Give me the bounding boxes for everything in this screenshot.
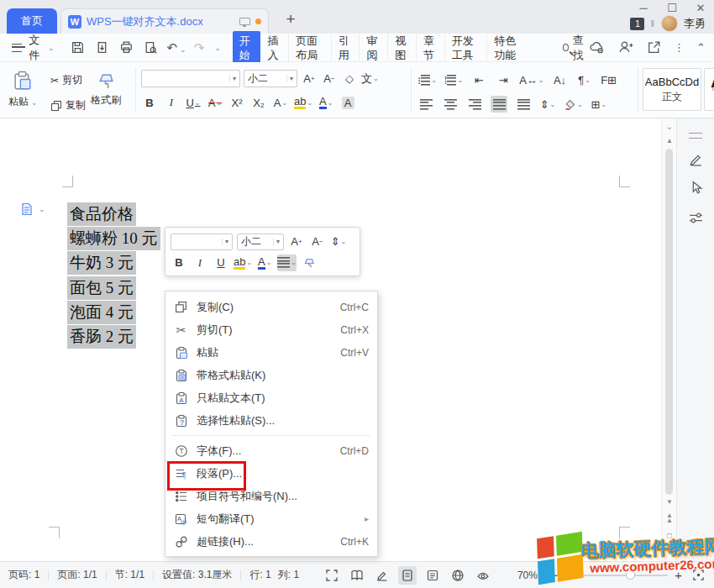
page-view-button[interactable] (398, 566, 417, 585)
mini-format-painter-button[interactable] (301, 255, 318, 271)
vertical-scrollbar[interactable]: ⌄ ▲ ▼ ▲▲ □ ▼▼ (661, 118, 676, 561)
show-marks-button[interactable]: ¶⌄ (576, 71, 593, 88)
minimize-button[interactable]: ─ (635, 2, 652, 14)
tab-review[interactable]: 审阅 (360, 31, 388, 65)
italic-button[interactable]: I (163, 94, 180, 111)
menu-item-translate[interactable]: A中 短句翻译(T) ▸ (165, 507, 377, 530)
superscript-button[interactable]: X² (228, 94, 245, 111)
tab-special-features[interactable]: 特色功能 (487, 31, 528, 65)
paste-options-button[interactable]: ⌄ (20, 202, 45, 216)
share-icon[interactable] (645, 39, 662, 56)
fullscreen-button[interactable] (323, 566, 341, 585)
numbering-button[interactable]: ⁞⌄ (444, 71, 463, 88)
avatar[interactable] (661, 15, 678, 32)
scrollbar-thumb[interactable] (665, 149, 673, 495)
read-mode-button[interactable] (348, 566, 366, 585)
chevron-down-icon[interactable]: ⌄ (48, 44, 55, 52)
menu-item-paragraph[interactable]: ¶ 段落(P)... (165, 462, 377, 485)
document-canvas[interactable]: ⌄ 食品价格 螺蛳粉 10 元 牛奶 3 元 面包 5 元 泡面 4 元 香肠 … (0, 118, 714, 561)
search-box[interactable]: 查找 (563, 33, 588, 63)
text-line[interactable]: 泡面 4 元 (67, 300, 160, 324)
hamburger-icon[interactable] (12, 44, 22, 52)
menu-item-hyperlink[interactable]: 超链接(H)... Ctrl+K (165, 530, 377, 553)
font-color-button[interactable]: A⌄ (318, 94, 334, 111)
bullets-button[interactable]: ⁝⌄ (417, 71, 437, 88)
mini-underline-button[interactable]: U (213, 255, 229, 271)
more-options-icon[interactable]: ⋮ (674, 41, 685, 54)
font-size-combo[interactable]: 小二▾ (244, 70, 297, 87)
mini-bold-button[interactable]: B (171, 255, 187, 271)
mini-highlight-button[interactable]: ab⌄ (234, 255, 252, 271)
scroll-down-icon[interactable]: ▼ (662, 498, 677, 506)
tab-home[interactable]: 开始 (233, 31, 260, 65)
tab-references[interactable]: 引用 (332, 31, 360, 65)
phonetic-guide-button[interactable]: 文⌄ (361, 71, 379, 87)
tab-dev-tools[interactable]: 开发工具 (445, 31, 487, 65)
menu-item-paste-special[interactable]: ? 选择性粘贴(S)... (165, 409, 377, 432)
previous-page-icon[interactable]: ▲▲ (662, 513, 677, 523)
print-button[interactable] (118, 39, 135, 56)
strikethrough-button[interactable]: A⌄ (207, 94, 223, 111)
mini-font-name-combo[interactable]: ▾ (171, 234, 233, 250)
zoom-slider-thumb[interactable] (626, 570, 635, 580)
invite-user-icon[interactable] (617, 39, 633, 56)
align-left-button[interactable] (417, 96, 434, 113)
tab-view[interactable]: 视图 (388, 31, 417, 65)
sort-button[interactable]: A↓ (552, 71, 569, 88)
text-line[interactable]: 香肠 2 元 (67, 324, 160, 349)
notification-badge[interactable]: 1 (630, 18, 644, 30)
print-preview-button[interactable] (143, 39, 160, 56)
cut-button[interactable]: ✂ 剪切 (50, 73, 82, 87)
rail-edit-tool[interactable] (687, 150, 704, 167)
clear-format-button[interactable]: ◇ (341, 71, 358, 87)
font-name-combo[interactable]: ▾ (141, 70, 240, 87)
collapse-ribbon-icon[interactable]: ⌃ (696, 41, 706, 54)
rail-qr-tool[interactable] (687, 538, 704, 555)
tab-insert[interactable]: 插入 (261, 31, 290, 65)
mini-decrease-font-button[interactable]: A− (309, 234, 326, 250)
underline-button[interactable]: U⌄ (185, 94, 202, 111)
style-normal[interactable]: AaBbCcDd 正文 (643, 68, 701, 111)
shading-button[interactable]: ⌄ (564, 96, 583, 113)
save-button[interactable] (70, 39, 87, 56)
text-line[interactable]: 食品价格 (67, 202, 160, 226)
highlight-color-button[interactable]: ab⌄ (294, 94, 312, 111)
ruler-toggle-icon[interactable]: ⌄ (662, 122, 677, 131)
new-tab-button[interactable]: + (281, 10, 301, 29)
line-spacing-button[interactable]: ⇕⌄ (539, 96, 556, 113)
distribute-button[interactable] (515, 96, 532, 113)
character-scaling-button[interactable]: A↔⌄ (519, 71, 543, 88)
tab-section[interactable]: 章节 (417, 31, 445, 65)
decrease-indent-button[interactable]: ⇤ (470, 71, 487, 88)
mini-font-color-button[interactable]: A⌄ (256, 255, 273, 271)
format-painter-button[interactable]: 格式刷 (91, 70, 121, 108)
menu-item-font[interactable]: T 字体(F)... Ctrl+D (165, 439, 377, 462)
bold-button[interactable]: B (141, 94, 158, 111)
web-view-button[interactable] (449, 566, 467, 585)
zoom-out-button[interactable]: − (553, 568, 560, 582)
copy-button[interactable]: 复制 (50, 98, 86, 113)
outline-view-button[interactable] (423, 566, 442, 585)
select-browse-object-icon[interactable]: □ (662, 532, 677, 540)
zoom-slider[interactable] (567, 575, 668, 576)
menu-item-paste[interactable]: 粘贴 Ctrl+V (165, 341, 377, 364)
mini-font-size-combo[interactable]: 小二▾ (237, 234, 284, 250)
cloud-sync-icon[interactable] (588, 39, 605, 56)
menu-item-paste-text-only[interactable]: A 只粘贴文本(T) (165, 386, 377, 409)
zoom-in-button[interactable]: + (675, 568, 682, 582)
paste-button[interactable]: 粘贴⌄ (8, 70, 38, 109)
subscript-button[interactable]: X₂ (250, 94, 267, 111)
home-tab[interactable]: 首页 (7, 8, 57, 34)
zoom-level[interactable]: 70%⌄ (517, 570, 547, 581)
rail-select-tool[interactable] (687, 179, 704, 196)
export-button[interactable] (94, 39, 111, 56)
redo-button[interactable]: ↷ (194, 40, 205, 55)
mini-justify-button[interactable]: ⌄ (277, 255, 297, 271)
customize-toolbar-icon[interactable]: ⌄ (214, 44, 221, 52)
menu-item-bullets-numbering[interactable]: 项目符号和编号(N)... (165, 485, 377, 507)
styles-more-icon[interactable]: › (711, 84, 714, 93)
increase-font-button[interactable]: A+ (301, 71, 318, 87)
tab-page-layout[interactable]: 页面布局 (289, 31, 331, 65)
maximize-button[interactable]: ☐ (664, 2, 680, 14)
document-text[interactable]: 食品价格 螺蛳粉 10 元 牛奶 3 元 面包 5 元 泡面 4 元 香肠 2 … (67, 202, 160, 349)
